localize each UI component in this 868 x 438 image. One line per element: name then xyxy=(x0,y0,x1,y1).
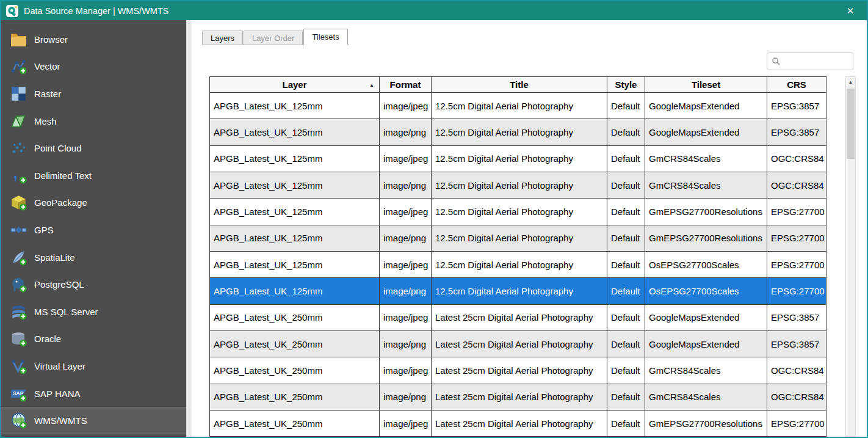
cell-format[interactable]: image/jpeg xyxy=(380,411,432,437)
cell-layer[interactable]: APGB_Latest_UK_250mm xyxy=(210,384,380,410)
cell-tileset[interactable]: GmEPSG27700Resolutions xyxy=(645,199,767,225)
cell-format[interactable]: image/jpeg xyxy=(380,252,432,278)
cell-layer[interactable]: APGB_Latest_UK_250mm xyxy=(210,304,380,330)
cell-format[interactable]: image/png xyxy=(380,172,432,199)
scrollbar-up-arrow-icon[interactable]: ▲ xyxy=(846,77,855,87)
cell-crs[interactable]: EPSG:3857 xyxy=(767,331,826,357)
sidebar-scrollbar[interactable] xyxy=(186,20,192,437)
cell-layer[interactable]: APGB_Latest_UK_250mm xyxy=(210,411,380,437)
cell-format[interactable]: image/png xyxy=(380,384,432,410)
cell-layer[interactable]: APGB_Latest_UK_250mm xyxy=(210,331,380,357)
table-row[interactable]: APGB_Latest_UK_125mmimage/jpeg12.5cm Dig… xyxy=(210,199,826,225)
cell-tileset[interactable]: GmEPSG27700Resolutions xyxy=(645,225,767,251)
sidebar-item-gps[interactable]: GPS xyxy=(1,216,186,244)
cell-title[interactable]: Latest 25cm Digital Aerial Photography xyxy=(432,331,607,357)
cell-title[interactable]: 12.5cm Digital Aerial Photography xyxy=(432,93,607,119)
titlebar[interactable]: Data Source Manager | WMS/WMTS ✕ xyxy=(1,1,867,20)
sidebar-item-spatialite[interactable]: SpatiaLite xyxy=(1,244,186,271)
cell-crs[interactable]: EPSG:27700 xyxy=(767,199,826,225)
cell-style[interactable]: Default xyxy=(607,172,645,199)
sidebar-item-oracle[interactable]: Oracle xyxy=(1,326,186,353)
cell-crs[interactable]: EPSG:3857 xyxy=(767,93,826,119)
sidebar-item-ms-sql-server[interactable]: MS SQL Server xyxy=(1,298,186,326)
cell-title[interactable]: Latest 25cm Digital Aerial Photography xyxy=(432,384,607,410)
cell-tileset[interactable]: GmCRS84Scales xyxy=(645,384,767,410)
sidebar-item-raster[interactable]: Raster xyxy=(1,80,186,108)
column-header-crs[interactable]: CRS xyxy=(767,77,826,93)
cell-crs[interactable]: OGC:CRS84 xyxy=(767,172,826,199)
cell-layer[interactable]: APGB_Latest_UK_125mm xyxy=(210,145,380,172)
cell-crs[interactable]: OGC:CRS84 xyxy=(767,384,826,410)
cell-format[interactable]: image/jpeg xyxy=(380,304,432,330)
column-header-title[interactable]: Title xyxy=(432,77,607,93)
cell-tileset[interactable]: OsEPSG27700Scales xyxy=(645,278,767,304)
table-row[interactable]: APGB_Latest_UK_250mmimage/jpegLatest 25c… xyxy=(210,304,826,330)
cell-tileset[interactable]: GmCRS84Scales xyxy=(645,357,767,384)
table-row[interactable]: APGB_Latest_UK_125mmimage/png12.5cm Digi… xyxy=(210,225,826,251)
sidebar-item-delimited-text[interactable]: ,Delimited Text xyxy=(1,162,186,189)
table-row[interactable]: APGB_Latest_UK_250mmimage/pngLatest 25cm… xyxy=(210,384,826,410)
sidebar-item-geopackage[interactable]: GeoPackage xyxy=(1,189,186,217)
tab-layers[interactable]: Layers xyxy=(202,31,243,45)
cell-title[interactable]: Latest 25cm Digital Aerial Photography xyxy=(432,357,607,384)
cell-layer[interactable]: APGB_Latest_UK_250mm xyxy=(210,357,380,384)
cell-crs[interactable]: EPSG:3857 xyxy=(767,119,826,145)
tab-tilesets[interactable]: Tilesets xyxy=(303,29,347,45)
cell-style[interactable]: Default xyxy=(607,199,645,225)
column-header-style[interactable]: Style xyxy=(607,77,645,93)
column-header-layer[interactable]: Layer▲ xyxy=(210,77,380,93)
cell-layer[interactable]: APGB_Latest_UK_125mm xyxy=(210,252,380,278)
cell-style[interactable]: Default xyxy=(607,384,645,410)
cell-tileset[interactable]: GmCRS84Scales xyxy=(645,172,767,199)
table-row[interactable]: APGB_Latest_UK_125mmimage/png12.5cm Digi… xyxy=(210,172,826,199)
cell-style[interactable]: Default xyxy=(607,411,645,437)
cell-tileset[interactable]: GmEPSG27700Resolutions xyxy=(645,411,767,437)
cell-format[interactable]: image/jpeg xyxy=(380,93,432,119)
cell-crs[interactable]: OGC:CRS84 xyxy=(767,145,826,172)
table-row[interactable]: APGB_Latest_UK_125mmimage/jpeg12.5cm Dig… xyxy=(210,93,826,119)
cell-layer[interactable]: APGB_Latest_UK_125mm xyxy=(210,225,380,251)
cell-layer[interactable]: APGB_Latest_UK_125mm xyxy=(210,172,380,199)
cell-style[interactable]: Default xyxy=(607,119,645,145)
cell-style[interactable]: Default xyxy=(607,252,645,278)
table-row[interactable]: APGB_Latest_UK_250mmimage/pngLatest 25cm… xyxy=(210,331,826,357)
cell-style[interactable]: Default xyxy=(607,304,645,330)
table-scrollbar[interactable]: ▲ xyxy=(845,76,856,437)
cell-style[interactable]: Default xyxy=(607,357,645,384)
table-row[interactable]: APGB_Latest_UK_125mmimage/png12.5cm Digi… xyxy=(210,119,826,145)
cell-format[interactable]: image/png xyxy=(380,225,432,251)
search-box[interactable] xyxy=(767,53,853,70)
cell-style[interactable]: Default xyxy=(607,278,645,304)
cell-tileset[interactable]: GoogleMapsExtended xyxy=(645,331,767,357)
column-header-tileset[interactable]: Tileset xyxy=(645,77,767,93)
column-header-format[interactable]: Format xyxy=(380,77,432,93)
table-row[interactable]: APGB_Latest_UK_250mmimage/jpegLatest 25c… xyxy=(210,411,826,437)
cell-layer[interactable]: APGB_Latest_UK_125mm xyxy=(210,119,380,145)
table-row[interactable]: APGB_Latest_UK_125mmimage/jpeg12.5cm Dig… xyxy=(210,145,826,172)
cell-crs[interactable]: EPSG:3857 xyxy=(767,304,826,330)
cell-tileset[interactable]: GoogleMapsExtended xyxy=(645,93,767,119)
cell-crs[interactable]: EPSG:27700 xyxy=(767,225,826,251)
cell-style[interactable]: Default xyxy=(607,331,645,357)
sidebar-item-vector[interactable]: Vector xyxy=(1,53,186,81)
cell-crs[interactable]: EPSG:27700 xyxy=(767,411,826,437)
cell-layer[interactable]: APGB_Latest_UK_125mm xyxy=(210,199,380,225)
cell-style[interactable]: Default xyxy=(607,225,645,251)
cell-title[interactable]: 12.5cm Digital Aerial Photography xyxy=(432,252,607,278)
cell-crs[interactable]: EPSG:27700 xyxy=(767,278,826,304)
table-row[interactable]: APGB_Latest_UK_125mmimage/jpeg12.5cm Dig… xyxy=(210,252,826,278)
cell-tileset[interactable]: GoogleMapsExtended xyxy=(645,119,767,145)
sidebar-item-sap-hana[interactable]: SAPSAP HANA xyxy=(1,380,186,407)
search-input[interactable] xyxy=(781,53,853,70)
cell-style[interactable]: Default xyxy=(607,93,645,119)
cell-format[interactable]: image/png xyxy=(380,278,432,304)
cell-format[interactable]: image/jpeg xyxy=(380,145,432,172)
cell-format[interactable]: image/png xyxy=(380,331,432,357)
cell-title[interactable]: Latest 25cm Digital Aerial Photography xyxy=(432,304,607,330)
table-row[interactable]: APGB_Latest_UK_250mmimage/jpegLatest 25c… xyxy=(210,357,826,384)
cell-title[interactable]: 12.5cm Digital Aerial Photography xyxy=(432,119,607,145)
scrollbar-thumb[interactable] xyxy=(847,89,855,159)
cell-format[interactable]: image/png xyxy=(380,119,432,145)
cell-title[interactable]: 12.5cm Digital Aerial Photography xyxy=(432,199,607,225)
cell-format[interactable]: image/jpeg xyxy=(380,357,432,384)
